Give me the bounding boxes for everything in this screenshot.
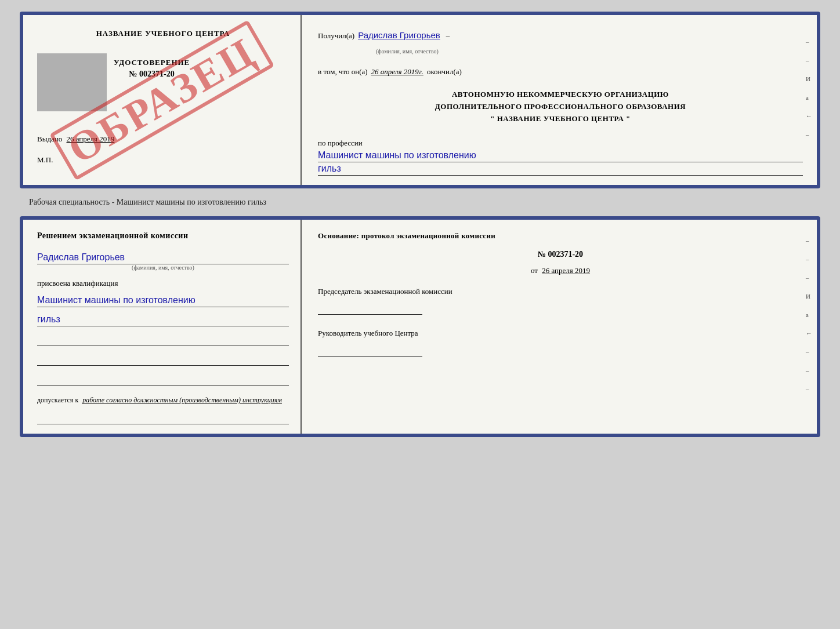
bottom-doc-right: Основание: протокол экзаменационной коми…	[302, 220, 817, 434]
rukovoditel-label: Руководитель учебного Центра	[318, 329, 803, 338]
empty-line3	[37, 374, 289, 386]
rukovoditel-block: Руководитель учебного Центра	[318, 329, 803, 357]
kval-line1: Машинист машины по изготовлению	[37, 295, 289, 307]
top-doc-title: НАЗВАНИЕ УЧЕБНОГО ЦЕНТРА	[37, 29, 289, 38]
prisvoena-label: присвоена квалификация	[37, 279, 289, 288]
bmark3: –	[806, 274, 812, 281]
mark1: –	[806, 38, 812, 45]
po-professii-label: по профессии	[318, 139, 363, 147]
between-label: Рабочая специальность - Машинист машины …	[12, 198, 266, 207]
top-doc-right: Получил(а) Радислав Григорьев – (фамилия…	[302, 15, 817, 185]
empty-line2	[37, 354, 289, 366]
bmark8: –	[806, 367, 812, 374]
vydano-label: Выдано	[37, 134, 62, 143]
predsedatel-label: Председатель экзаменационной комиссии	[318, 287, 803, 296]
poluchil-label: Получил(а)	[318, 30, 354, 42]
predsedatel-block: Председатель экзаменационной комиссии	[318, 287, 803, 315]
center-line1: АВТОНОМНУЮ НЕКОММЕРЧЕСКУЮ ОРГАНИЗАЦИЮ	[318, 89, 803, 101]
photo-placeholder	[37, 53, 107, 111]
top-document: НАЗВАНИЕ УЧЕБНОГО ЦЕНТРА УДОСТОВЕРЕНИЕ №…	[20, 12, 820, 188]
center-text: АВТОНОМНУЮ НЕКОММЕРЧЕСКУЮ ОРГАНИЗАЦИЮ ДО…	[318, 89, 803, 125]
komissia-name: Радислав Григорьев	[37, 252, 289, 264]
vydano-date: 26 апреля 2019	[67, 134, 115, 143]
mark4: а	[806, 94, 812, 101]
udostoverenie-label: УДОСТОВЕРЕНИЕ	[114, 58, 190, 67]
recipient-name: Радислав Григорьев	[358, 29, 440, 42]
bottom-document: Решением экзаменационной комиссии Радисл…	[20, 216, 820, 437]
komissia-name-sublabel: (фамилия, имя, отчество)	[37, 264, 289, 271]
empty-line1	[37, 335, 289, 346]
bmark6: ←	[806, 330, 812, 337]
mark3: И	[806, 75, 812, 82]
center-line3: " НАЗВАНИЕ УЧЕБНОГО ЦЕНТРА "	[318, 113, 803, 125]
predsedatel-signature-line	[318, 301, 422, 315]
bottom-right-marks: – – – И а ← – – –	[806, 237, 812, 392]
vtom-row: в том, что он(а) 26 апреля 2019г. окончи…	[318, 66, 803, 78]
bmark5: а	[806, 311, 812, 318]
dopuskaetsya-text: работе согласно должностным (производств…	[82, 396, 282, 404]
recipient-row: Получил(а) Радислав Григорьев –	[318, 29, 803, 42]
okonchil-label: окончил(а)	[427, 66, 462, 78]
osnovanie-title: Основание: протокол экзаменационной коми…	[318, 231, 803, 241]
center-line2: ДОПОЛНИТЕЛЬНОГО ПРОФЕССИОНАЛЬНОГО ОБРАЗО…	[318, 101, 803, 113]
profession-block: по профессии Машинист машины по изготовл…	[318, 137, 803, 176]
dopuskaetsya-block: допускается к работе согласно должностны…	[37, 396, 289, 405]
rukovoditel-signature-line	[318, 343, 422, 357]
udostoverenie-num: № 002371-20	[114, 70, 190, 79]
ot-date-row: от 26 апреля 2019	[318, 266, 803, 275]
mark5: ←	[806, 112, 812, 119]
bmark9: –	[806, 386, 812, 392]
top-doc-left: НАЗВАНИЕ УЧЕБНОГО ЦЕНТРА УДОСТОВЕРЕНИЕ №…	[23, 15, 302, 185]
right-side-marks: – – И а ← –	[806, 38, 812, 138]
ot-date: 26 апреля 2019	[542, 266, 590, 275]
vtom-label: в том, что он(а)	[318, 66, 368, 78]
komissia-title: Решением экзаменационной комиссии	[37, 231, 289, 241]
profession-line1: Машинист машины по изготовлению	[318, 150, 803, 162]
name-sublabel: (фамилия, имя, отчество)	[376, 48, 803, 54]
ot-label: от	[531, 266, 538, 275]
bmark1: –	[806, 237, 812, 244]
kval-line2: гильз	[37, 314, 289, 326]
empty-line4	[37, 413, 289, 424]
bmark2: –	[806, 256, 812, 263]
bmark4: И	[806, 293, 812, 300]
bottom-doc-left: Решением экзаменационной комиссии Радисл…	[23, 220, 302, 434]
bmark7: –	[806, 348, 812, 355]
completion-date: 26 апреля 2019г.	[371, 66, 423, 78]
mp-line: М.П.	[37, 155, 289, 165]
profession-line2: гильз	[318, 163, 803, 176]
mark2: –	[806, 57, 812, 64]
protocol-num: № 002371-20	[318, 250, 803, 259]
dopuskaetsya-prefix: допускается к	[37, 396, 78, 404]
udostoverenie-block: УДОСТОВЕРЕНИЕ № 002371-20	[114, 58, 190, 79]
vydano-line: Выдано 26 апреля 2019	[37, 134, 289, 144]
mark6: –	[806, 131, 812, 138]
